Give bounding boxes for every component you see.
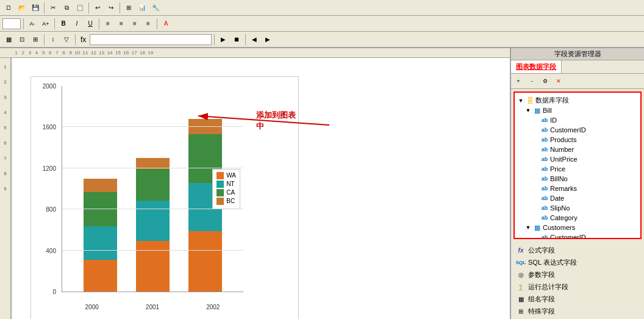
bottom-item-formula[interactable]: fx 公式字段 — [513, 244, 642, 256]
tree-field-cust-customerid[interactable]: ab CustomerID — [517, 232, 638, 239]
chart-plot: WA NT CA BC — [62, 86, 243, 292]
panel-remove-button[interactable]: - — [526, 75, 538, 87]
bold-button[interactable]: B — [57, 18, 70, 30]
stacked-bar-2001 — [136, 158, 170, 292]
grid-line-4 — [62, 250, 243, 251]
bar-seg-nt-2000 — [84, 226, 117, 260]
stacked-bar-2000 — [84, 179, 117, 292]
save-button[interactable]: 💾 — [29, 2, 41, 14]
tree-field-remarks[interactable]: ab Remarks — [517, 184, 638, 193]
tree-field-unitprice-label: UnitPrice — [550, 156, 578, 163]
tree-root-db-fields[interactable]: ▼ 🗄 数据库字段 — [517, 95, 638, 106]
db-icon: 🗄 — [526, 96, 534, 105]
x-label-2000: 2000 — [85, 304, 99, 310]
no-expand-id — [532, 116, 539, 124]
tree-field-category-label: Category — [550, 214, 578, 221]
bottom-item-group-name[interactable]: ▦ 组名字段 — [513, 293, 642, 305]
tools-button[interactable]: 🔧 — [149, 2, 162, 14]
bottom-label-param: 参数字段 — [528, 270, 555, 279]
tree-field-id[interactable]: ab ID — [517, 115, 638, 125]
border-button[interactable]: ▦ — [2, 34, 15, 46]
panel-toolbar: + - ⚙ ✕ — [511, 74, 644, 89]
undo-button[interactable]: ↩ — [91, 2, 104, 14]
chart-legend: WA NT CA BC — [212, 169, 240, 209]
legend-color-bc — [216, 198, 224, 205]
bottom-item-param[interactable]: ◎ 参数字段 — [513, 268, 642, 281]
x-label-2002: 2002 — [206, 304, 220, 310]
tree-field-products[interactable]: ab Products — [517, 135, 638, 145]
sep4 — [23, 18, 24, 29]
sep2 — [88, 2, 89, 13]
tree-table-bill[interactable]: ▼ ▦ Bill — [517, 106, 638, 115]
sep11 — [245, 34, 246, 45]
y-label-800: 800 — [46, 206, 56, 213]
nav-prev-button[interactable]: ◀ — [248, 34, 260, 46]
nav-next-button[interactable]: ▶ — [262, 34, 274, 46]
sep7 — [157, 18, 157, 29]
table-icon-customers: ▦ — [533, 223, 542, 232]
insert-chart-button[interactable]: 📊 — [136, 2, 148, 14]
redo-button[interactable]: ↪ — [105, 2, 117, 14]
bottom-label-formula: 公式字段 — [528, 246, 555, 255]
copy-button[interactable]: ⧉ — [60, 2, 73, 14]
sep3 — [120, 2, 120, 13]
legend-bc: BC — [216, 198, 236, 205]
tree-field-slipno[interactable]: ab SlipNo — [517, 203, 638, 213]
align-left-button[interactable]: ≡ — [102, 18, 114, 30]
canvas-area: 1 2 3 4 5 6 7 8 9 10 11 12 13 14 15 16 1… — [0, 48, 510, 319]
field-icon-number: ab — [540, 145, 549, 154]
bottom-label-sql: SQL 表达式字段 — [528, 258, 577, 267]
panel-add-button[interactable]: + — [512, 75, 524, 87]
align-center-button[interactable]: ≡ — [115, 18, 127, 30]
legend-ca: CA — [216, 189, 236, 196]
chart-inner: 2000 1600 1200 800 400 0 — [37, 83, 292, 314]
tree-field-customerid[interactable]: ab CustomerID — [517, 125, 638, 135]
insert-table-button[interactable]: ⊞ — [123, 2, 135, 14]
panel-close-button[interactable]: ✕ — [553, 75, 565, 87]
tree-field-number[interactable]: ab Number — [517, 145, 638, 154]
tab-chart-data-fields[interactable]: 图表数据字段 — [511, 60, 562, 73]
bar-seg-wa-2000 — [84, 260, 117, 292]
sep10 — [214, 34, 215, 45]
formula-input[interactable] — [90, 34, 212, 45]
panel-settings-button[interactable]: ⚙ — [539, 75, 551, 87]
bottom-label-special: 特殊字段 — [528, 307, 555, 316]
tree-table-customers[interactable]: ▼ ▦ Customers — [517, 223, 638, 232]
tree-field-price[interactable]: ab Price — [517, 164, 638, 174]
new-button[interactable]: 🗋 — [2, 2, 15, 14]
field-icon-unitprice: ab — [540, 155, 549, 163]
underline-button[interactable]: U — [84, 18, 96, 30]
justify-button[interactable]: ≡ — [142, 18, 154, 30]
align-right-button[interactable]: ≡ — [129, 18, 141, 30]
bottom-item-sql[interactable]: SQL SQL 表达式字段 — [513, 256, 642, 268]
bar-seg-wa-2002 — [188, 231, 222, 292]
formula-bar-label: fx — [78, 35, 88, 44]
sort-button[interactable]: ↕ — [47, 34, 59, 46]
tree-field-date[interactable]: ab Date — [517, 193, 638, 203]
cut-button[interactable]: ✂ — [47, 2, 59, 14]
italic-button[interactable]: I — [71, 18, 83, 30]
paste-button[interactable]: 📋 — [74, 2, 86, 14]
field-icon-date: ab — [540, 194, 549, 203]
tree-field-category[interactable]: ab Category — [517, 213, 638, 223]
bottom-item-running-total[interactable]: ∑ 运行总计字段 — [513, 281, 642, 293]
param-icon: ◎ — [516, 270, 526, 279]
tree-field-billno[interactable]: ab BillNo — [517, 174, 638, 184]
stop-button[interactable]: ⏹ — [231, 34, 243, 46]
right-panel: 字段资源管理器 图表数据字段 + - ⚙ ✕ ▼ 🗄 数据库字段 ▼ ▦ Bil… — [510, 48, 644, 319]
bottom-item-special[interactable]: ⊞ 特殊字段 — [513, 305, 642, 317]
font-name-input[interactable] — [2, 18, 21, 29]
tree-expand-customers: ▼ — [524, 224, 532, 231]
tree-field-unitprice[interactable]: ab UnitPrice — [517, 154, 638, 164]
x-label-2001: 2001 — [146, 304, 159, 310]
filter-button[interactable]: ▽ — [60, 34, 73, 46]
group-button[interactable]: ⊞ — [29, 34, 41, 46]
font-size-decrease-button[interactable]: A- — [26, 18, 38, 30]
toolbar-row-3: ▦ ⊡ ⊞ ↕ ▽ fx ▶ ⏹ ◀ ▶ — [0, 32, 644, 48]
font-size-increase-button[interactable]: A+ — [40, 18, 52, 30]
table-ops-button[interactable]: ⊡ — [16, 34, 28, 46]
open-button[interactable]: 📂 — [16, 2, 28, 14]
preview-button[interactable]: ▶ — [217, 34, 229, 46]
font-color-button[interactable]: A — [160, 18, 172, 30]
y-label-0: 0 — [52, 289, 56, 295]
